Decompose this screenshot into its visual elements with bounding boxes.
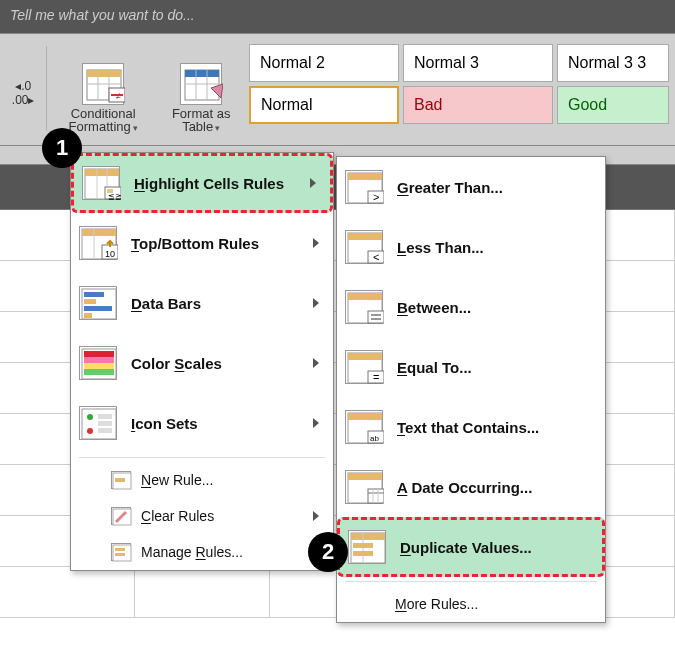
format-as-table-icon [180, 63, 222, 105]
style-good[interactable]: Good [557, 86, 669, 124]
conditional-formatting-menu: ≦≧ HHighlight Cells Rulesighlight Cells … [70, 152, 334, 571]
svg-rect-78 [353, 551, 373, 556]
number-format-group: ◂.0 .00▸ [0, 40, 46, 145]
callout-1: 1 [42, 128, 82, 168]
menu-item-label: A Date Occurring... [397, 479, 532, 496]
less-than-icon: < [345, 230, 383, 264]
svg-rect-39 [98, 421, 112, 426]
decrease-decimal-icon[interactable]: .00▸ [12, 93, 35, 107]
menu-data-bars[interactable]: Data Bars Data Bars [71, 273, 333, 333]
svg-text:>: > [373, 191, 379, 203]
new-rule-icon [111, 471, 131, 489]
greater-than-icon: > [345, 170, 383, 204]
submenu-duplicate-values[interactable]: Duplicate Values... Duplicate Values... [337, 517, 605, 577]
svg-rect-77 [353, 543, 373, 548]
svg-point-37 [87, 428, 93, 434]
style-bad[interactable]: Bad [403, 86, 553, 124]
color-scales-icon [79, 346, 117, 380]
menu-top-bottom-rules[interactable]: 10 Top/Bottom Rules Top/Bottom Rules [71, 213, 333, 273]
svg-text:=: = [373, 371, 379, 383]
svg-rect-56 [348, 293, 382, 300]
svg-rect-26 [84, 292, 104, 297]
svg-rect-38 [98, 414, 112, 419]
submenu-equal-to[interactable]: = Equal To... Equal To... [337, 337, 605, 397]
between-icon [345, 290, 383, 324]
svg-rect-34 [84, 369, 114, 375]
tell-me-bar[interactable]: Tell me what you want to do... [0, 0, 675, 34]
menu-item-label: Color Scales [131, 355, 222, 372]
manage-rules-icon [111, 543, 131, 561]
top-bottom-icon: 10 [79, 226, 117, 260]
menu-item-label: Equal To... [397, 359, 472, 376]
svg-text:≦≧: ≦≧ [108, 192, 121, 201]
svg-rect-48 [348, 173, 382, 180]
cell-styles-gallery[interactable]: Normal 2 Normal 3 Normal 3 3 Normal Bad … [249, 44, 669, 145]
icon-sets-icon [79, 406, 117, 440]
highlight-cells-icon: ≦≧ [82, 166, 120, 200]
submenu-arrow-icon [310, 178, 316, 188]
duplicate-values-icon [348, 530, 386, 564]
menu-item-label: Less Than... [397, 239, 484, 256]
svg-rect-27 [84, 299, 96, 304]
menu-item-label: More Rules... [395, 596, 478, 612]
format-as-table-label: Format as Table▾ [163, 107, 239, 134]
submenu-between[interactable]: Between... Between... [337, 277, 605, 337]
menu-item-label: Clear Rules [141, 508, 214, 524]
style-normal3[interactable]: Normal 3 [403, 44, 553, 82]
svg-text:10: 10 [105, 249, 115, 259]
submenu-more-rules[interactable]: More Rules... More Rules... [337, 586, 605, 622]
submenu-arrow-icon [313, 511, 319, 521]
tell-me-text: Tell me what you want to do... [10, 7, 195, 23]
svg-rect-33 [84, 363, 114, 369]
format-as-table-button[interactable]: Format as Table▾ [159, 40, 243, 134]
text-contains-icon: ab [345, 410, 383, 444]
style-normal33[interactable]: Normal 3 3 [557, 44, 669, 82]
style-normal[interactable]: Normal [249, 86, 399, 124]
svg-rect-45 [115, 548, 125, 551]
svg-rect-9 [185, 70, 219, 77]
menu-item-label: Icon Sets [131, 415, 198, 432]
svg-rect-70 [368, 489, 384, 503]
submenu-greater-than[interactable]: > Greater Than... Greater Than... [337, 157, 605, 217]
menu-color-scales[interactable]: Color Scales Color Scales [71, 333, 333, 393]
menu-item-label: Data Bars [131, 295, 201, 312]
submenu-text-contains[interactable]: ab Text that Contains... Text that Conta… [337, 397, 605, 457]
submenu-arrow-icon [313, 418, 319, 428]
submenu-arrow-icon [313, 298, 319, 308]
ribbon: ◂.0 .00▸ ≠ Conditional Formatting▾ [0, 34, 675, 146]
submenu-less-than[interactable]: < Less Than... Less Than... [337, 217, 605, 277]
svg-rect-40 [98, 428, 112, 433]
date-occurring-icon [345, 470, 383, 504]
conditional-formatting-button[interactable]: ≠ Conditional Formatting▾ [47, 40, 159, 134]
svg-rect-52 [348, 233, 382, 240]
menu-item-label: HHighlight Cells Rulesighlight Cells Rul… [134, 175, 284, 192]
menu-manage-rules[interactable]: Manage Rules... Manage Rules... [71, 534, 333, 570]
style-normal2[interactable]: Normal 2 [249, 44, 399, 82]
svg-text:<: < [373, 251, 379, 263]
menu-item-label: Duplicate Values... [400, 539, 532, 556]
menu-item-label: Top/Bottom Rules [131, 235, 259, 252]
conditional-formatting-icon: ≠ [82, 63, 124, 105]
svg-rect-31 [84, 351, 114, 357]
svg-rect-28 [84, 306, 112, 311]
svg-rect-14 [85, 169, 119, 176]
svg-text:≠: ≠ [116, 91, 121, 101]
menu-new-rule[interactable]: New Rule... New Rule... [71, 462, 333, 498]
equal-to-icon: = [345, 350, 383, 384]
submenu-arrow-icon [313, 358, 319, 368]
svg-rect-32 [84, 357, 114, 363]
menu-highlight-cells-rules[interactable]: ≦≧ HHighlight Cells Rulesighlight Cells … [71, 153, 333, 213]
highlight-cells-submenu: > Greater Than... Greater Than... < Less… [336, 156, 606, 623]
svg-rect-46 [115, 553, 125, 556]
svg-text:ab: ab [370, 434, 379, 443]
submenu-arrow-icon [313, 238, 319, 248]
svg-rect-57 [368, 311, 384, 323]
submenu-date-occurring[interactable]: A Date Occurring... A Date Occurring... [337, 457, 605, 517]
svg-rect-61 [348, 353, 382, 360]
svg-point-36 [87, 414, 93, 420]
svg-rect-29 [84, 313, 92, 318]
increase-decimal-icon[interactable]: ◂.0 [15, 79, 31, 93]
menu-item-label: New Rule... [141, 472, 213, 488]
menu-clear-rules[interactable]: Clear Rules Clear Rules [71, 498, 333, 534]
menu-icon-sets[interactable]: Icon Sets Icon Sets [71, 393, 333, 453]
